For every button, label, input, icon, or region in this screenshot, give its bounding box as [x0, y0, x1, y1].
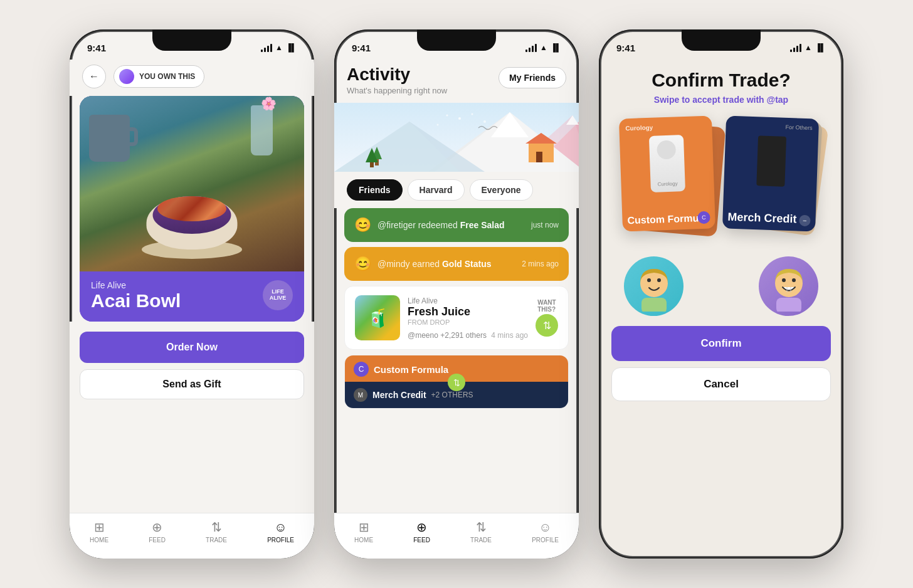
nav-home-1[interactable]: ⊞ HOME	[90, 520, 108, 543]
order-now-button[interactable]: Order Now	[80, 332, 304, 363]
merch-card-footer: Merch Credit −	[727, 211, 811, 227]
confirm-subtitle: Swipe to accept trade with @tap	[611, 95, 831, 105]
my-friends-button[interactable]: My Friends	[499, 67, 566, 88]
p3-actions: Confirm Cancel	[611, 316, 831, 411]
activity-subtitle: What's happening right now	[347, 86, 447, 95]
activity-time-1: just now	[531, 221, 559, 229]
merch-card: For Others Merch Credit −	[722, 115, 819, 231]
subtitle-text: Swipe to accept trade with	[654, 95, 767, 105]
nav-profile-label-2: PROFILE	[532, 537, 559, 543]
avatars-row	[611, 256, 831, 316]
curology-icon: C	[354, 362, 369, 377]
juice-time: 4 mins ago	[491, 331, 528, 340]
svg-point-22	[647, 278, 651, 282]
profile-icon-2: ☺	[539, 520, 551, 535]
phone1-content: ← YOU OWN THIS 🌸	[70, 60, 314, 559]
trade-name-2: Merch Credit	[372, 390, 426, 400]
juice-footer: @meeno +2,291 others 4 mins ago	[408, 331, 528, 340]
owner-avatar	[119, 69, 134, 84]
nav-trade-1[interactable]: ⇅ TRADE	[206, 520, 227, 543]
juice-merchant: Life Alive	[408, 297, 528, 305]
avatar-2-svg	[764, 261, 814, 312]
nav-feed-1[interactable]: ⊕ FEED	[149, 520, 166, 543]
activity-emoji-2: 😊	[354, 256, 371, 272]
swap-icon: ⇅	[536, 314, 558, 337]
confirm-title: Confirm Trade?	[611, 70, 831, 91]
status-icons-3: ▲ ▐▌	[790, 43, 826, 52]
want-this-button[interactable]: WANTTHIS? ⇅	[536, 299, 558, 337]
activity-item-1: 😊 @firetiger redeemed Free Salad just no…	[344, 208, 569, 242]
merch-icon: M	[354, 388, 367, 402]
avatar-1-svg	[629, 261, 679, 312]
bottom-nav-1: ⊞ HOME ⊕ FEED ⇅ TRADE ☺ PROFILE	[70, 513, 314, 559]
curology-product-img: Curology	[626, 134, 708, 193]
time-1: 9:41	[87, 43, 106, 53]
activity-text-1: @firetiger redeemed Free Salad	[377, 220, 505, 230]
p1-actions: Order Now Send as Gift	[70, 322, 314, 409]
svg-point-19	[483, 120, 486, 123]
signal-icon-2	[525, 44, 537, 52]
product-card: 🌸 Life Alive Acai Bowl LIFEALIVE	[80, 96, 304, 322]
svg-point-18	[446, 115, 448, 117]
activity-title: Activity	[347, 65, 447, 85]
filter-harvard[interactable]: Harvard	[408, 179, 465, 201]
profile-icon: ☺	[274, 520, 287, 535]
nav-feed-label: FEED	[149, 537, 166, 543]
activity-illustration	[334, 103, 579, 172]
nav-profile-1[interactable]: ☺ PROFILE	[267, 520, 294, 543]
phone-2: 9:41 ▲ ▐▌ Activity What's happening righ…	[334, 29, 579, 559]
home-icon: ⊞	[94, 520, 105, 535]
trade-icon: ⇅	[211, 520, 222, 535]
juice-from: FROM DROP	[408, 318, 528, 326]
filter-everyone[interactable]: Everyone	[470, 179, 533, 201]
curology-card: Curology Curology Custom Formula C	[619, 115, 715, 231]
phone3-content: Confirm Trade? Swipe to accept trade wit…	[599, 60, 843, 559]
svg-point-17	[472, 113, 473, 115]
life-alive-logo: LIFEALIVE	[263, 280, 293, 310]
avatar-user-1	[624, 256, 683, 316]
nav-trade-2[interactable]: ⇅ TRADE	[470, 520, 492, 543]
trade-name-1: Custom Formula	[374, 364, 448, 375]
cancel-button[interactable]: Cancel	[611, 367, 831, 401]
merch-card-container: For Others Merch Credit −	[724, 117, 821, 236]
card-info: Life Alive Acai Bowl LIFEALIVE	[80, 271, 304, 322]
phone-1: 9:41 ▲ ▐▌ ← YOU OWN THIS	[70, 29, 314, 559]
p2-header: Activity What's happening right now My F…	[334, 60, 579, 103]
feed-icon: ⊕	[152, 520, 162, 535]
svg-point-20	[437, 124, 439, 126]
merch-card-name: Merch Credit	[727, 211, 811, 227]
confirm-button[interactable]: Confirm	[611, 326, 831, 361]
back-button[interactable]: ←	[82, 65, 106, 88]
product-image: 🌸	[80, 96, 304, 271]
send-gift-button[interactable]: Send as Gift	[80, 369, 304, 399]
curology-brand: Curology	[625, 122, 705, 132]
svg-point-27	[792, 278, 796, 282]
activity-item-2: 😊 @mindy earned Gold Status 2 mins ago	[344, 247, 569, 281]
battery-icon-2: ▐▌	[551, 43, 561, 52]
nav-home-label: HOME	[90, 537, 108, 543]
nav-home-label-2: HOME	[354, 537, 373, 543]
activity-emoji-1: 😊	[354, 217, 371, 233]
phone-3: 9:41 ▲ ▐▌ Confirm Trade? Swipe to accept…	[599, 29, 843, 559]
trade-swap-icon: ⇅	[448, 374, 465, 391]
wifi-icon: ▲	[275, 43, 283, 52]
nav-feed-2[interactable]: ⊕ FEED	[413, 520, 430, 543]
p1-header: ← YOU OWN THIS	[70, 60, 314, 96]
svg-point-26	[782, 278, 786, 282]
nav-home-2[interactable]: ⊞ HOME	[354, 520, 373, 543]
nav-profile-label: PROFILE	[267, 537, 294, 543]
nav-profile-2[interactable]: ☺ PROFILE	[532, 520, 559, 543]
nav-feed-label-2: FEED	[413, 537, 430, 543]
status-icons-2: ▲ ▐▌	[525, 43, 561, 52]
trade-partner: @tap	[767, 95, 789, 105]
notch-2	[417, 29, 496, 51]
filter-tabs: Friends Harvard Everyone	[334, 172, 579, 208]
nav-trade-label: TRADE	[206, 537, 227, 543]
merch-product-img	[730, 135, 812, 187]
svg-point-23	[657, 278, 661, 282]
filter-friends[interactable]: Friends	[347, 179, 403, 201]
svg-rect-12	[370, 162, 374, 167]
signal-icon	[261, 44, 272, 52]
merchant-name: Life Alive	[91, 280, 293, 290]
notch-1	[152, 29, 231, 51]
